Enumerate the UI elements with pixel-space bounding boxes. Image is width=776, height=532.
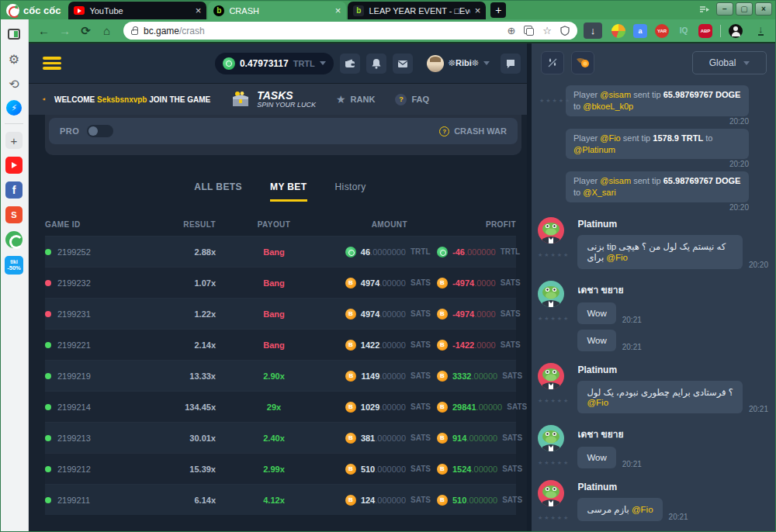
profit-cell: -1422.0000 SATS [437, 340, 527, 351]
history-icon[interactable]: ⟲ [5, 75, 23, 92]
chat-username[interactable]: Platinum [577, 219, 768, 230]
add-shortcut-button[interactable]: + [5, 132, 23, 149]
mention[interactable]: @Fio [587, 398, 608, 407]
zoom-add-icon[interactable]: ⊕ [507, 26, 515, 36]
extension-translate-icon[interactable]: a [633, 24, 647, 38]
browser-tab[interactable]: CRASH × [208, 2, 346, 19]
sidebar-pin-icon[interactable] [699, 5, 709, 13]
tip-recipient[interactable]: @X_sari [583, 188, 615, 197]
browser-tab[interactable]: LEAP YEAR EVENT - □Event - × [348, 2, 486, 19]
message-time: 20:21 [749, 405, 768, 413]
tab-close-icon[interactable]: × [335, 5, 341, 16]
tab-close-icon[interactable]: × [475, 5, 481, 16]
coin-icon [437, 495, 448, 506]
downloads-tray-icon[interactable]: ↓ [758, 26, 764, 35]
sidebar-toggle-icon[interactable] [5, 26, 23, 43]
tip-sender[interactable]: @sisam [600, 90, 631, 99]
facebook-shortcut-icon[interactable]: f [5, 181, 23, 199]
tip-recipient[interactable]: @Platinum [573, 145, 615, 154]
user-menu[interactable]: ❊Ribi❊ [427, 55, 490, 72]
forward-button[interactable]: → [54, 24, 75, 37]
tiki-shortcut-icon[interactable]: tiki-50% [5, 256, 23, 275]
tab-history[interactable]: History [335, 181, 366, 202]
amount-currency: TRTL [411, 247, 437, 256]
tip-sender[interactable]: @sisam [600, 176, 631, 185]
tip-rain-button[interactable] [541, 51, 564, 74]
table-row[interactable]: 2199211 6.14x 4.12x 124.000000 SATS 510.… [45, 484, 516, 515]
settings-gear-icon[interactable]: ⚙ [5, 50, 23, 67]
extension-iq-icon[interactable]: IQ [677, 24, 691, 38]
minimize-button[interactable]: − [716, 2, 733, 16]
extension-yar-icon[interactable]: YAR [655, 24, 669, 38]
chat-username[interactable]: เดชา ขยาย [577, 282, 641, 297]
table-row[interactable]: 2199221 2.14x Bang 1422.00000 SATS -1422… [45, 329, 516, 360]
rank-stars [538, 509, 570, 523]
table-row[interactable]: 2199219 13.33x 2.90x 1149.00000 SATS 333… [45, 360, 516, 391]
chat-avatar[interactable] [538, 217, 564, 244]
back-button[interactable]: ← [33, 24, 54, 37]
chat-username[interactable]: Platinum [577, 482, 688, 492]
coccoc-shortcut-icon[interactable] [5, 231, 23, 248]
chat-channel-select[interactable]: Global [692, 51, 767, 74]
tab-my-bet[interactable]: MY BET [270, 181, 307, 202]
message-text: مرسی بازم [587, 505, 629, 514]
reload-button[interactable]: ⟳ [75, 24, 96, 38]
chat-username[interactable]: เดชา ขยาย [577, 427, 641, 441]
col-result: RESULT [130, 220, 216, 229]
bets-table-header: GAME ID RESULT PAYOUT AMOUNT PROFIT [45, 212, 516, 236]
home-button[interactable]: ⌂ [96, 24, 117, 37]
close-button[interactable]: × [755, 2, 772, 16]
chat-avatar[interactable] [538, 281, 564, 307]
mention[interactable]: @Fio [606, 253, 628, 262]
chat-username[interactable]: Platinum [577, 364, 768, 375]
translate-icon[interactable] [524, 26, 534, 36]
notifications-button[interactable] [366, 54, 386, 74]
table-row[interactable]: 2199213 30.01x 2.40x 381.000000 SATS 914… [45, 422, 516, 453]
fireball-button[interactable] [571, 51, 594, 74]
tip-recipient[interactable]: @bkoeL_k0p [583, 102, 633, 111]
tab-close-icon[interactable]: × [196, 5, 202, 16]
wallet-button[interactable] [340, 54, 360, 74]
table-row[interactable]: 2199212 15.39x 2.99x 510.000000 SATS 152… [45, 453, 516, 484]
fireball-icon [576, 57, 590, 69]
tasks-widget[interactable]: TASKS SPIN YOUR LUCK [230, 90, 316, 109]
menu-hamburger-icon[interactable] [43, 57, 61, 70]
ssl-lock-icon[interactable] [131, 29, 138, 35]
tip-sender[interactable]: @Fio [600, 133, 620, 143]
adblock-shield-icon[interactable] [560, 26, 570, 36]
mention[interactable]: @Fio [632, 505, 653, 514]
url-text[interactable]: bc.game/crash [144, 26, 501, 36]
pro-toggle[interactable] [87, 125, 113, 137]
shopee-shortcut-icon[interactable]: S [5, 206, 23, 223]
table-row[interactable]: 2199214 134.45x 29x 1029.00000 SATS 2984… [45, 391, 516, 422]
game-status-dot [45, 404, 51, 410]
profile-avatar-icon[interactable] [729, 24, 743, 38]
crash-war-link[interactable]: ? CRASH WAR [439, 126, 507, 136]
amount-dec: .0000000 [370, 247, 406, 257]
chat-avatar[interactable] [538, 480, 564, 506]
chat-avatar[interactable] [538, 425, 564, 451]
game-status-dot [45, 249, 51, 255]
faq-link[interactable]: ? FAQ [395, 94, 429, 105]
bookmark-star-icon[interactable]: ☆ [542, 26, 552, 36]
profit-cell: -4974.0000 SATS [437, 309, 527, 320]
restore-button[interactable]: ▢ [736, 2, 753, 16]
download-manager-button[interactable]: ↓ [584, 22, 602, 39]
rank-link[interactable]: ★ RANK [336, 94, 375, 105]
chat-toggle-button[interactable] [501, 54, 521, 74]
chat-avatar[interactable] [538, 363, 564, 389]
tab-all-bets[interactable]: ALL BETS [194, 181, 242, 202]
table-row[interactable]: 2199252 2.88x Bang 46.0000000 TRTL -46.0… [45, 236, 516, 267]
new-tab-button[interactable]: + [490, 2, 506, 18]
browser-tab[interactable]: YouTube × [68, 2, 206, 19]
table-row[interactable]: 2199231 1.22x Bang 4974.00000 SATS -4974… [45, 298, 516, 329]
extension-pie-icon[interactable] [611, 24, 625, 38]
profit-int: 914 [452, 434, 466, 443]
youtube-shortcut-icon[interactable] [5, 157, 23, 174]
messenger-icon[interactable]: ⚡ [6, 100, 22, 116]
extension-abp-icon[interactable]: ABP [698, 24, 712, 38]
balance-selector[interactable]: 0.47973117 TRTL [215, 53, 334, 74]
inbox-button[interactable] [393, 54, 413, 74]
address-bar[interactable]: bc.game/crash ⊕ ☆ [123, 22, 577, 40]
table-row[interactable]: 2199232 1.07x Bang 4974.00000 SATS -4974… [45, 267, 516, 298]
